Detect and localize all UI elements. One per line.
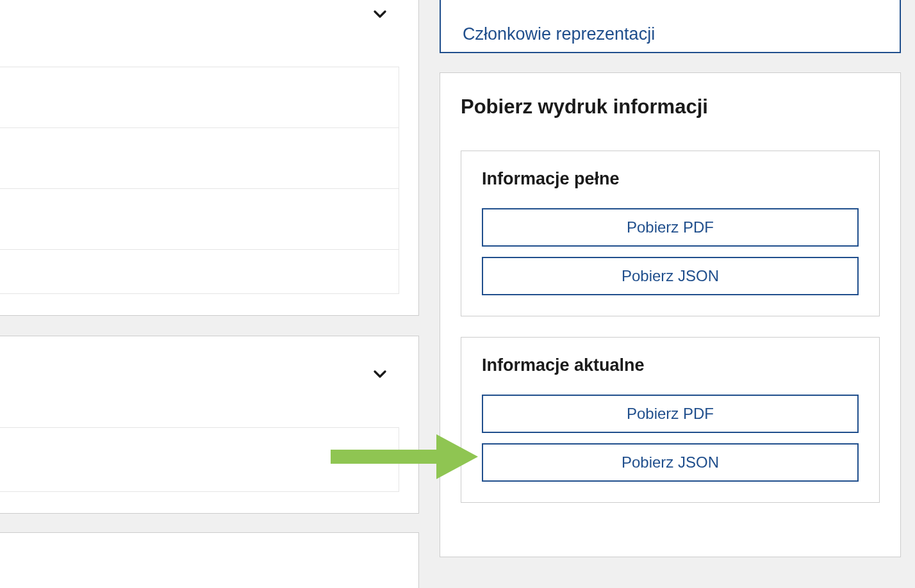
list-item [0, 67, 399, 128]
download-current-json-button[interactable]: Pobierz JSON [482, 443, 859, 482]
current-info-box: Informacje aktualne Pobierz PDF Pobierz … [461, 337, 880, 503]
full-info-title: Informacje pełne [482, 169, 859, 189]
list-item [0, 127, 399, 189]
chevron-down-icon[interactable] [370, 4, 390, 27]
right-column: Członkowie reprezentacji Pobierz wydruk … [440, 0, 915, 588]
download-full-json-button[interactable]: Pobierz JSON [482, 257, 859, 295]
svg-marker-1 [436, 434, 478, 479]
list-item [0, 249, 399, 294]
download-full-pdf-button[interactable]: Pobierz PDF [482, 208, 859, 247]
left-column [0, 0, 419, 588]
navigation-panel: Członkowie reprezentacji [440, 0, 901, 53]
download-current-pdf-button[interactable]: Pobierz PDF [482, 395, 859, 433]
current-info-title: Informacje aktualne [482, 355, 859, 375]
annotation-arrow-icon [331, 434, 478, 482]
left-panel-bottom [0, 532, 419, 588]
download-info-panel: Pobierz wydruk informacji Informacje peł… [440, 72, 901, 557]
panel-title: Pobierz wydruk informacji [461, 95, 880, 118]
members-link[interactable]: Członkowie reprezentacji [463, 24, 655, 44]
full-info-box: Informacje pełne Pobierz PDF Pobierz JSO… [461, 151, 880, 316]
chevron-down-icon[interactable] [370, 364, 390, 387]
svg-rect-0 [331, 450, 436, 464]
list-item [0, 188, 399, 250]
